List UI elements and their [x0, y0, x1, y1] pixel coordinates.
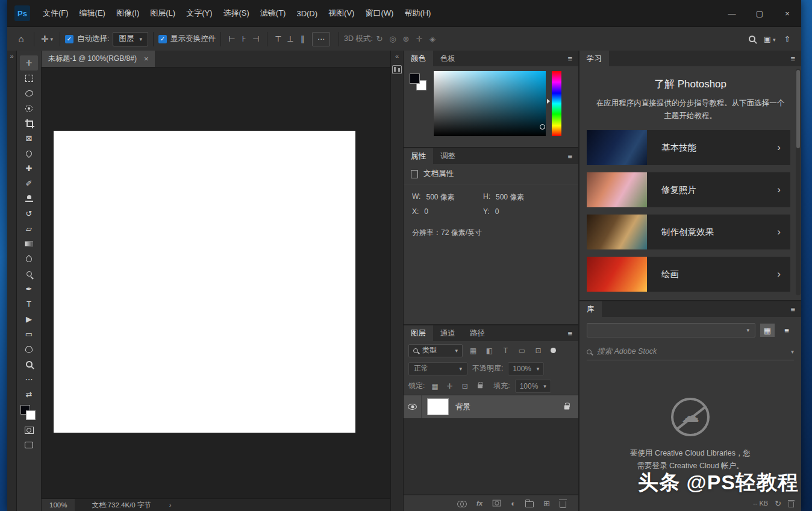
align-center-button[interactable]: ⊦	[238, 34, 250, 43]
brush-tool[interactable]: ✐	[20, 176, 38, 191]
3d-rotate-icon[interactable]: ↻	[373, 34, 386, 43]
marquee-tool[interactable]	[20, 71, 38, 86]
status-chevron-icon[interactable]: ›	[169, 501, 172, 509]
filter-toggle-icon[interactable]	[551, 348, 556, 353]
align-left-button[interactable]: ⊢	[226, 34, 238, 43]
saturation-brightness-field[interactable]	[434, 71, 546, 136]
scrollbar[interactable]	[796, 69, 801, 295]
menu-file[interactable]: 文件(F)	[37, 8, 74, 19]
home-icon[interactable]: ⌂	[13, 31, 29, 47]
document-tab[interactable]: 未标题-1 @ 100%(RGB/8#) ×	[42, 51, 155, 67]
path-selection-tool[interactable]: ▶	[20, 312, 38, 327]
menu-window[interactable]: 窗口(W)	[360, 8, 399, 19]
zoom-level-field[interactable]: 100%	[42, 499, 75, 511]
tab-channels[interactable]: 通道	[433, 325, 463, 341]
tab-paths[interactable]: 路径	[463, 325, 492, 341]
color-picker-cursor[interactable]	[540, 124, 545, 130]
panel-menu-icon[interactable]: ≡	[561, 148, 578, 164]
tab-properties[interactable]: 属性	[404, 148, 433, 164]
grid-view-button[interactable]: ▦	[760, 324, 775, 337]
background-color-swatch[interactable]	[26, 410, 36, 420]
move-tool[interactable]: ✛	[20, 55, 38, 71]
align-right-button[interactable]: ⊣	[250, 34, 262, 43]
panel-menu-icon[interactable]: ≡	[561, 325, 578, 341]
menu-filter[interactable]: 滤镜(T)	[255, 8, 292, 19]
document-canvas[interactable]	[54, 131, 355, 433]
gradient-tool[interactable]	[20, 236, 38, 251]
3d-slide-icon[interactable]: ✛	[413, 34, 426, 43]
panel-menu-icon[interactable]: ≡	[784, 301, 801, 317]
opacity-dropdown[interactable]: 100%▾	[508, 362, 544, 375]
close-button[interactable]: ×	[773, 0, 801, 27]
toolbar-collapse-strip[interactable]: »	[7, 51, 17, 511]
filter-smart-objects-icon[interactable]: ⊡	[532, 346, 544, 355]
align-bottom-button[interactable]: ⊥	[284, 34, 296, 43]
list-view-button[interactable]: ≡	[779, 324, 794, 337]
learn-card-basic-skills[interactable]: 基本技能 ›	[587, 130, 790, 165]
color-swatches[interactable]	[20, 404, 38, 422]
rectangle-tool[interactable]: ▭	[20, 327, 38, 342]
lock-artboard-icon[interactable]: ⊡	[460, 382, 470, 390]
learn-card-retouch-photos[interactable]: 修复照片 ›	[587, 172, 790, 207]
filter-pixel-layers-icon[interactable]: ▦	[467, 346, 479, 355]
tab-libraries[interactable]: 库	[579, 301, 602, 317]
align-top-button[interactable]: ⊤	[272, 34, 284, 43]
frame-tool[interactable]: ⊠	[20, 131, 38, 146]
panel-menu-icon[interactable]: ≡	[784, 51, 801, 66]
quick-mask-button[interactable]	[20, 422, 38, 437]
tab-swatches[interactable]: 色板	[433, 51, 463, 66]
layer-row-background[interactable]: 背景	[404, 395, 578, 418]
eraser-tool[interactable]: ▱	[20, 221, 38, 236]
hand-tool[interactable]	[20, 342, 38, 357]
lock-all-icon[interactable]	[475, 381, 485, 390]
healing-brush-tool[interactable]: ✚	[20, 161, 38, 176]
layer-style-icon[interactable]: fx	[476, 500, 483, 507]
delete-layer-icon[interactable]	[560, 501, 566, 508]
auto-select-checkbox[interactable]: ✓	[65, 35, 73, 43]
search-icon[interactable]	[749, 36, 755, 42]
tab-layers[interactable]: 图层	[404, 325, 433, 341]
scrollbar-thumb[interactable]	[796, 70, 800, 148]
screen-mode-button[interactable]	[20, 437, 38, 453]
library-dropdown[interactable]: ▾	[587, 323, 755, 337]
pen-tool[interactable]: ✒	[20, 281, 38, 296]
workspace-switcher[interactable]: ▣ ▾	[764, 34, 776, 43]
filter-shape-layers-icon[interactable]: ▭	[516, 346, 528, 355]
menu-view[interactable]: 视图(V)	[323, 8, 360, 19]
dodge-tool[interactable]	[20, 266, 38, 281]
add-mask-icon[interactable]	[493, 500, 501, 507]
menu-image[interactable]: 图像(I)	[111, 8, 145, 19]
zoom-tool[interactable]	[20, 357, 38, 372]
history-brush-tool[interactable]: ↺	[20, 206, 38, 221]
delete-icon[interactable]	[789, 501, 794, 507]
show-transform-checkbox[interactable]: ✓	[158, 35, 167, 43]
crop-tool[interactable]	[20, 116, 38, 131]
document-tab-close-icon[interactable]: ×	[144, 54, 149, 63]
swap-colors-button[interactable]: ⇄	[20, 387, 38, 402]
menu-3d[interactable]: 3D(D)	[291, 9, 323, 18]
panel-menu-icon[interactable]: ≡	[561, 51, 578, 66]
align-more-button[interactable]: ⋯	[312, 32, 330, 46]
distribute-button[interactable]: ∥	[296, 34, 308, 43]
lock-transparent-pixels-icon[interactable]: ▦	[429, 382, 440, 390]
fill-dropdown[interactable]: 100%▾	[515, 380, 551, 393]
clone-stamp-tool[interactable]	[20, 191, 38, 206]
learn-card-painting[interactable]: 绘画 ›	[587, 257, 790, 292]
type-tool[interactable]: T	[20, 296, 38, 312]
canvas-area[interactable]	[42, 67, 390, 498]
quick-selection-tool[interactable]	[20, 101, 38, 116]
tab-color[interactable]: 颜色	[404, 51, 433, 66]
layer-thumbnail[interactable]	[427, 398, 449, 415]
link-layers-icon[interactable]	[457, 501, 467, 506]
library-search-field[interactable]: 搜索 Adobe Stock ▾	[587, 343, 794, 360]
blur-tool[interactable]	[20, 251, 38, 266]
minimize-button[interactable]: —	[718, 0, 746, 27]
layer-filter-dropdown[interactable]: 类型 ▾	[408, 344, 463, 357]
layer-name[interactable]: 背景	[455, 402, 470, 412]
collapse-left-icon[interactable]: «	[395, 52, 399, 60]
auto-select-dropdown[interactable]: 图层▾	[113, 32, 148, 46]
collapsed-panel-icon[interactable]	[392, 65, 402, 74]
menu-type[interactable]: 文字(Y)	[181, 8, 217, 19]
3d-pan-icon[interactable]: ⊕	[399, 34, 413, 43]
foreground-color-swatch[interactable]	[410, 74, 420, 84]
